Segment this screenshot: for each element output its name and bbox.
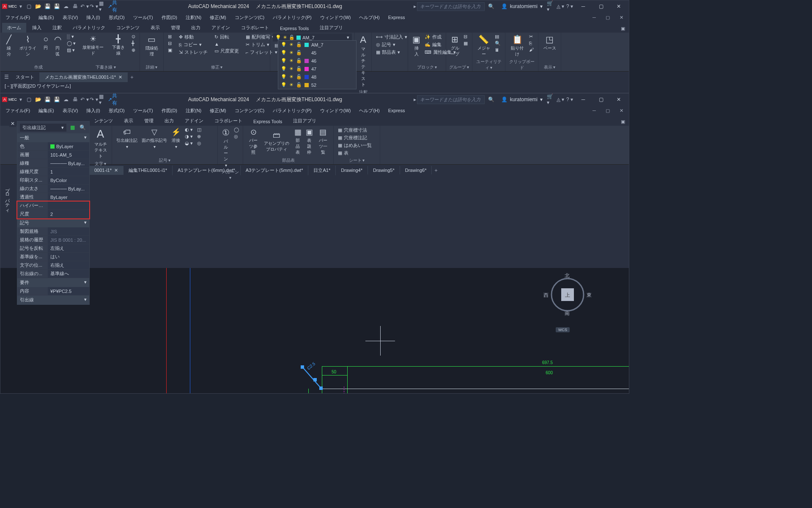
centerline-button[interactable]: ╋ [130, 40, 137, 47]
autodesk-icon-2[interactable]: ◬ ▾ [556, 95, 565, 104]
ungroup-button[interactable]: ⊟ [462, 33, 469, 40]
group-button[interactable]: ⊞グループ [449, 33, 461, 58]
rotate-button[interactable]: ↻ 回転 [213, 33, 241, 41]
section-general[interactable]: 一般▾ [17, 133, 89, 142]
sym-c[interactable]: ◒ ▾ [183, 140, 195, 146]
drawing-canvas[interactable]: 697.5 50 600 100 C2.5 上 [0, 268, 629, 393]
sym-e[interactable]: ⊕ [195, 133, 203, 140]
measure-button[interactable]: 📏メジャー [475, 33, 492, 58]
menu-edit[interactable]: 編集(E) [37, 14, 56, 22]
menu-draw[interactable]: 作図(D) [160, 14, 179, 22]
workspace-icon-2[interactable]: ▦ ▾ [99, 95, 107, 104]
prop-transparency[interactable]: ByLayer [48, 193, 89, 201]
mtext-button-1[interactable]: Aマルチテキスト [357, 33, 369, 88]
doc-tab[interactable]: 日立A1* [308, 166, 336, 175]
ribbon-collapse-2[interactable]: ▣ [619, 117, 627, 126]
match-button[interactable]: 🖌 [527, 47, 535, 52]
layer-option[interactable]: 💡☀🔓47 [278, 65, 356, 73]
util-a[interactable]: ▤ [493, 33, 502, 40]
menu-express[interactable]: Express [387, 14, 407, 21]
doc-tab[interactable]: 編集THEL0001-i1* [123, 166, 173, 175]
menu-window[interactable]: ウィンドウ(W) [318, 14, 353, 22]
viewport-controls[interactable]: [－][平面図][2D ワイヤフレーム] [3, 83, 72, 90]
save-icon-2[interactable]: 💾 [43, 95, 52, 104]
hole-dim-button[interactable]: ▦ 穴座標寸法 [336, 127, 377, 134]
prop-layer[interactable]: 101-AM_5 [48, 151, 89, 159]
search-input[interactable]: キーワードまたは語句を入力 [417, 2, 485, 11]
point-button[interactable]: ⊙ [130, 33, 137, 40]
prop-plotstyle[interactable]: ByColor [48, 176, 89, 184]
rtab-manage[interactable]: 管理 [166, 23, 185, 33]
layer-option[interactable]: 💡☀🔓52 [278, 81, 356, 89]
dim-button[interactable]: ⟷ 寸法記入 ▾ [374, 33, 405, 41]
wcs-badge[interactable]: WCS [556, 327, 570, 332]
hatch-button[interactable]: ▨ ▾ [65, 47, 77, 53]
powertools-a[interactable]: ⊞ [166, 33, 174, 40]
doc-tab[interactable]: A3テンプレート(5mm).dwt* [241, 166, 309, 175]
insert-button[interactable]: ▣挿入 [411, 33, 422, 58]
balloon-a[interactable]: ◯ [232, 127, 241, 133]
section-symbol[interactable]: 記号▾ [17, 218, 89, 227]
start-tab[interactable]: スタート [11, 72, 40, 82]
prop-flip[interactable]: 左揃え [48, 244, 89, 252]
cart-icon[interactable]: 🛒 ▾ [547, 2, 555, 11]
prop-scale[interactable]: 2 [48, 210, 89, 218]
new-tab-button-2[interactable]: ＋ [432, 166, 440, 174]
user-name-2[interactable]: kuratomiemi [510, 97, 538, 102]
balloon-b[interactable]: ◎ [232, 133, 241, 140]
mtext-button-2[interactable]: Aマルチテキスト [92, 127, 109, 160]
sym-d[interactable]: ◫ [195, 127, 203, 133]
redo-icon[interactable]: ↷ ▾ [90, 2, 98, 11]
open-icon-2[interactable]: 📂 [34, 95, 42, 104]
main-doc-tab[interactable]: メカニカル画層変換THEL0001-i1* ✕ [40, 72, 128, 82]
hatch-mode-button[interactable]: ☀放射線モード [79, 33, 107, 57]
view-cube[interactable]: 上 北 南 東 西 [549, 276, 587, 314]
new-icon[interactable]: ▢ [25, 2, 33, 11]
autodesk-icon[interactable]: ◬ ▾ [556, 2, 565, 11]
minimize-button-2[interactable]: ─ [575, 94, 592, 105]
centermark-button[interactable]: ⊕ [130, 47, 137, 53]
table-button[interactable]: ▦ 表 [336, 149, 377, 157]
user-name[interactable]: kuratomiemi [510, 3, 538, 9]
share-button-2[interactable]: ↗ 共有 [108, 95, 117, 104]
share-button[interactable]: ↗ 共有 [108, 2, 117, 11]
prop-standard[interactable]: JIS [48, 227, 89, 235]
search-dropdown-icon[interactable]: ▸ [414, 3, 416, 9]
parts-list-button[interactable]: ▤パーツ一覧 [315, 127, 331, 156]
section-leader[interactable]: 引出線▾ [17, 295, 89, 304]
stretch-button[interactable]: ⇲ ストレッチ [177, 49, 209, 56]
search-icon[interactable]: 🔍 [486, 3, 497, 9]
new-tab-button[interactable]: ＋ [128, 73, 136, 81]
prop-lineweight[interactable]: ───── ByLay... [48, 185, 89, 193]
rtab-featured[interactable]: 注目アプリ [315, 23, 348, 33]
hide-button[interactable]: ▭隠線処理 [143, 33, 161, 58]
circle-button[interactable]: ○円 [41, 33, 50, 52]
prop-linetype[interactable]: ───── ByLay... [48, 159, 89, 167]
prop-revision[interactable]: JIS B 0001 : 20... [48, 236, 89, 244]
menu-file[interactable]: ファイル(F) [4, 14, 32, 22]
saveas-icon[interactable]: 💾 [52, 2, 61, 11]
doc-close-button[interactable]: ✕ [617, 13, 625, 22]
web-icon-2[interactable]: ☁ [62, 95, 70, 104]
cart-icon-2[interactable]: 🛒 ▾ [547, 95, 555, 104]
prop-textpos[interactable]: 右揃え [48, 261, 89, 269]
rtab-output[interactable]: 出力 [186, 23, 206, 33]
line-button[interactable]: ╱線分 [3, 33, 14, 58]
sym-b[interactable]: ◑ ▾ [183, 133, 195, 140]
prop-color[interactable]: ByLayer [48, 142, 89, 150]
rtab-content[interactable]: コンテンツ [111, 23, 145, 33]
doc-tab[interactable]: A1テンプレート(6mm).dwt* [173, 166, 241, 175]
menu-help[interactable]: ヘルプ(H) [357, 14, 381, 22]
base-view-button[interactable]: ◳ベース [541, 33, 558, 52]
save-icon[interactable]: 💾 [43, 2, 52, 11]
move-button[interactable]: ✥ 移動 [177, 33, 209, 41]
web-icon[interactable]: ☁ [62, 2, 70, 11]
layer-option[interactable]: 💡☀🔓45 [278, 49, 356, 57]
menu-modify[interactable]: 修正(M) [208, 14, 228, 22]
layer-dropdown[interactable]: 💡☀🔓AM_7 💡☀🔓45 💡☀🔓46 💡☀🔓47 💡☀🔓48 💡☀🔓52 [278, 40, 357, 89]
doc-minimize-button[interactable]: ─ [590, 13, 598, 22]
section-requirement[interactable]: 要件▾ [17, 278, 89, 287]
ribbon-collapse-button[interactable]: ▣ [619, 24, 627, 33]
parts-ref-button[interactable]: ⊙パーツ参照 [246, 127, 261, 156]
balloon-button[interactable]: ①バルーン ▾ [220, 127, 231, 168]
